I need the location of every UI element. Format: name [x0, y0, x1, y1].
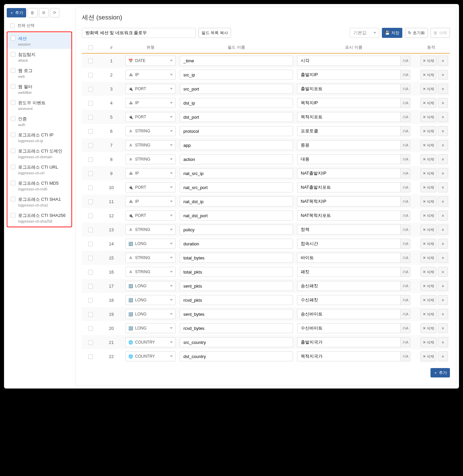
row-checkbox[interactable] — [88, 256, 93, 260]
display-name-input[interactable] — [297, 351, 400, 361]
row-delete-button[interactable]: ✕ 삭제 — [420, 154, 437, 164]
row-menu-button[interactable]: ≡ — [438, 84, 448, 94]
locale-button[interactable]: 가A — [400, 281, 410, 291]
sidebar-item-logpresso-cti-md5[interactable]: 로그프레소 CTI MD5 logpresso-cti-md5 — [7, 178, 71, 194]
row-menu-button[interactable]: ≡ — [438, 253, 448, 263]
field-name-input[interactable] — [180, 225, 293, 235]
sidebar-item-checkbox[interactable] — [11, 165, 15, 169]
row-menu-button[interactable]: ≡ — [438, 351, 448, 361]
row-delete-button[interactable]: ✕ 삭제 — [420, 309, 437, 319]
field-name-input[interactable] — [180, 98, 293, 108]
display-name-input[interactable] — [297, 239, 400, 249]
locale-button[interactable]: 가A — [400, 351, 410, 361]
row-menu-button[interactable]: ≡ — [438, 323, 448, 333]
type-select[interactable]: 🖧 IP — [125, 70, 176, 80]
sidebar-item-session[interactable]: 세션 session — [7, 33, 71, 49]
type-select[interactable]: 🔌 PORT — [125, 112, 176, 122]
sidebar-item-web[interactable]: 웹 로그 web — [7, 65, 71, 81]
row-delete-button[interactable]: ✕ 삭제 — [420, 267, 437, 277]
row-delete-button[interactable]: ✕ 삭제 — [420, 239, 437, 249]
sidebar-item-logpresso-cti-sha256[interactable]: 로그프레소 CTI SHA256 logpresso-cti-sha256 — [7, 210, 71, 226]
locale-button[interactable]: 가A — [400, 337, 410, 347]
locale-button[interactable]: 가A — [400, 70, 410, 80]
locale-button[interactable]: 가A — [400, 239, 410, 249]
field-name-input[interactable] — [180, 239, 293, 249]
type-select[interactable]: 🖧 IP — [125, 168, 176, 178]
copy-fields-button[interactable]: 필드 목록 복사 — [198, 28, 231, 38]
row-delete-button[interactable]: ✕ 삭제 — [420, 84, 437, 94]
row-delete-button[interactable]: ✕ 삭제 — [420, 211, 437, 221]
row-menu-button[interactable]: ≡ — [438, 196, 448, 206]
row-checkbox[interactable] — [88, 340, 93, 345]
locale-button[interactable]: 가A — [400, 196, 410, 206]
sidebar-item-checkbox[interactable] — [11, 181, 15, 185]
row-checkbox[interactable] — [88, 326, 93, 331]
display-name-input[interactable] — [297, 295, 400, 305]
display-name-input[interactable] — [297, 168, 400, 178]
type-select[interactable]: 📅 DATE — [125, 56, 176, 66]
type-select[interactable]: A STRING — [125, 267, 176, 277]
add-row-button[interactable]: ＋ 추가 — [430, 368, 450, 377]
row-checkbox[interactable] — [88, 101, 93, 106]
row-delete-button[interactable]: ✕ 삭제 — [420, 253, 437, 263]
row-delete-button[interactable]: ✕ 삭제 — [420, 112, 437, 122]
field-name-input[interactable] — [180, 70, 293, 80]
field-name-input[interactable] — [180, 126, 293, 136]
locale-button[interactable]: 가A — [400, 225, 410, 235]
sidebar-item-checkbox[interactable] — [11, 148, 15, 153]
sidebar-item-attack[interactable]: 침입탐지 attack — [7, 49, 71, 65]
sidebar-item-logpresso-cti-url[interactable]: 로그프레소 CTI URL logpresso-cti-url — [7, 162, 71, 178]
display-name-input[interactable] — [297, 98, 400, 108]
row-menu-button[interactable]: ≡ — [438, 154, 448, 164]
display-name-input[interactable] — [297, 211, 400, 221]
type-select[interactable]: 🖧 IP — [125, 196, 176, 206]
type-select[interactable]: A STRING — [125, 154, 176, 164]
sidebar-item-logpresso-cti-sha1[interactable]: 로그프레소 CTI SHA1 logpresso-cti-sha1 — [7, 194, 71, 210]
display-name-input[interactable] — [297, 267, 400, 277]
type-select[interactable]: 🔌 PORT — [125, 182, 176, 192]
display-name-input[interactable] — [297, 112, 400, 122]
reset-button[interactable]: ↻ 초기화 — [405, 28, 428, 38]
row-menu-button[interactable]: ≡ — [438, 98, 448, 108]
locale-button[interactable]: 가A — [400, 56, 410, 66]
row-checkbox[interactable] — [88, 228, 93, 232]
row-checkbox[interactable] — [88, 185, 93, 190]
row-checkbox[interactable] — [88, 73, 93, 77]
row-menu-button[interactable]: ≡ — [438, 309, 448, 319]
field-name-input[interactable] — [180, 140, 293, 150]
field-name-input[interactable] — [180, 351, 293, 361]
type-select[interactable]: 🔢 LONG — [125, 323, 176, 333]
display-name-input[interactable] — [297, 70, 400, 80]
sidebar-item-webfilter[interactable]: 웹 필터 webfilter — [7, 81, 71, 97]
row-menu-button[interactable]: ≡ — [438, 239, 448, 249]
display-name-input[interactable] — [297, 154, 400, 164]
display-name-input[interactable] — [297, 126, 400, 136]
row-menu-button[interactable]: ≡ — [438, 56, 448, 66]
display-name-input[interactable] — [297, 253, 400, 263]
row-checkbox[interactable] — [88, 270, 93, 275]
sidebar-item-checkbox[interactable] — [11, 52, 15, 57]
sidebar-item-logpresso-cti-ip[interactable]: 로그프레소 CTI IP logpresso-cti-ip — [7, 129, 71, 145]
sidebar-item-checkbox[interactable] — [11, 213, 15, 218]
default-select[interactable]: 기본값 — [350, 28, 379, 38]
type-select[interactable]: 🔌 PORT — [125, 211, 176, 221]
type-select[interactable]: 🔢 LONG — [125, 239, 176, 249]
type-select[interactable]: 🌐 COUNTRY — [125, 337, 176, 347]
field-name-input[interactable] — [180, 281, 293, 291]
sidebar-item-logpresso-cti-domain[interactable]: 로그프레소 CTI 도메인 logpresso-cti-domain — [7, 145, 71, 162]
row-checkbox[interactable] — [88, 171, 93, 176]
locale-button[interactable]: 가A — [400, 154, 410, 164]
select-all-rows-checkbox[interactable] — [88, 45, 93, 50]
row-delete-button[interactable]: ✕ 삭제 — [420, 140, 437, 150]
locale-button[interactable]: 가A — [400, 140, 410, 150]
row-checkbox[interactable] — [88, 214, 93, 218]
field-name-input[interactable] — [180, 154, 293, 164]
type-select[interactable]: 🔢 LONG — [125, 281, 176, 291]
locale-button[interactable]: 가A — [400, 295, 410, 305]
row-menu-button[interactable]: ≡ — [438, 211, 448, 221]
sidebar-item-checkbox[interactable] — [11, 100, 15, 105]
row-checkbox[interactable] — [88, 59, 93, 63]
row-menu-button[interactable]: ≡ — [438, 168, 448, 178]
locale-button[interactable]: 가A — [400, 267, 410, 277]
type-select[interactable]: 🔌 PORT — [125, 84, 176, 94]
